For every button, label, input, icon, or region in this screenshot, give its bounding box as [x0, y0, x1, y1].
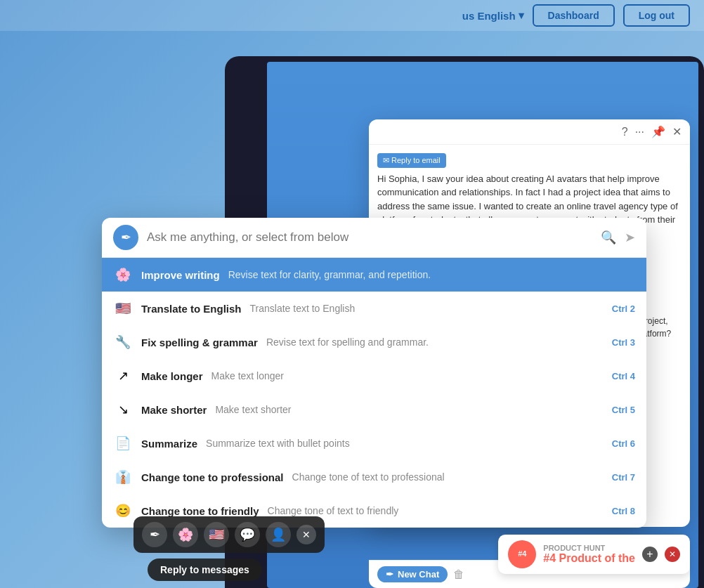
logo-icon: ✒ — [121, 230, 131, 245]
menu-item-desc-7: Change tone of text to friendly — [268, 505, 604, 516]
header-bar: us English ▾ Dashboard Log out — [0, 0, 704, 31]
menu-item-desc-6: Change tone of text to professional — [292, 471, 604, 483]
reply-email-badge: ✉ Reply to email — [377, 153, 446, 168]
app-logo: ✒ — [113, 225, 138, 250]
toolbar-close-btn[interactable]: ✕ — [296, 525, 316, 544]
menu-item-shortcut-6: Ctrl 7 — [612, 472, 635, 483]
menu-item-desc-1: Translate text to English — [250, 303, 604, 314]
menu-item-icon-1: 🇺🇸 — [113, 299, 133, 318]
menu-item-name-4: Make shorter — [141, 404, 207, 416]
chat-panel-header: ? ··· 📌 ✕ — [369, 119, 690, 145]
menu-item-icon-7: 😊 — [113, 501, 133, 521]
ph-subtitle: #4 Product of the — [543, 552, 635, 565]
send-icon[interactable]: ➤ — [625, 230, 635, 245]
menu-item-desc-5: Summarize text with bullet points — [206, 438, 604, 449]
product-hunt-badge: #4 PRODUCT HUNT #4 Product of the + ✕ — [498, 535, 690, 574]
pin-icon-button[interactable]: 📌 — [651, 125, 665, 138]
search-input[interactable] — [147, 230, 592, 244]
menu-item-name-7: Change tone to friendly — [141, 505, 259, 517]
ph-medal: #4 — [508, 540, 536, 568]
menu-item-desc-0: Revise text for clarity, grammar, and re… — [228, 269, 635, 280]
ph-title: PRODUCT HUNT — [543, 544, 635, 552]
search-bar: ✒ 🔍 ➤ — [102, 218, 646, 258]
menu-item-icon-3: ↗ — [113, 366, 133, 386]
new-chat-label: New Chat — [398, 569, 439, 580]
menu-item-improve-writing[interactable]: 🌸 Improve writing Revise text for clarit… — [102, 258, 646, 292]
menu-item-translate-to-english[interactable]: 🇺🇸 Translate to English Translate text t… — [102, 292, 646, 325]
command-palette: ✒ 🔍 ➤ 🌸 Improve writing Revise text for … — [102, 218, 646, 528]
menu-item-fix-spelling-&-grammar[interactable]: 🔧 Fix spelling & grammar Revise text for… — [102, 325, 646, 359]
menu-item-icon-0: 🌸 — [113, 265, 133, 285]
search-icon-group: 🔍 ➤ — [601, 230, 635, 245]
toolbar-logo-btn[interactable]: ✒ — [142, 522, 167, 547]
chevron-down-icon: ▾ — [519, 9, 524, 22]
menu-item-desc-4: Make text shorter — [215, 404, 603, 415]
menu-item-name-0: Improve writing — [141, 269, 220, 281]
menu-item-shortcut-5: Ctrl 6 — [612, 438, 635, 449]
trash-icon[interactable]: 🗑 — [453, 568, 464, 581]
search-icon[interactable]: 🔍 — [601, 230, 616, 245]
menu-list: 🌸 Improve writing Revise text for clarit… — [102, 258, 646, 528]
menu-item-desc-3: Make text longer — [211, 370, 604, 381]
menu-item-change-tone-to-professional[interactable]: 👔 Change tone to professional Change ton… — [102, 460, 646, 494]
menu-item-name-2: Fix spelling & grammar — [141, 337, 258, 348]
menu-item-desc-2: Revise text for spelling and grammar. — [266, 337, 604, 348]
dashboard-button[interactable]: Dashboard — [533, 4, 615, 27]
menu-item-shortcut-3: Ctrl 4 — [612, 371, 635, 381]
close-icon-button[interactable]: ✕ — [672, 125, 682, 138]
toolbar-person-btn[interactable]: 👤 — [266, 522, 291, 547]
menu-item-icon-4: ↘ — [113, 400, 133, 419]
toolbar-flower-btn[interactable]: 🌸 — [173, 522, 198, 547]
floating-toolbar: ✒ 🌸 🇺🇸 💬 👤 ✕ — [133, 516, 325, 553]
toolbar-chat-btn[interactable]: 💬 — [235, 522, 260, 547]
reply-messages-button[interactable]: Reply to messages — [148, 558, 262, 581]
menu-item-icon-5: 📄 — [113, 433, 133, 453]
toolbar-flag-btn[interactable]: 🇺🇸 — [204, 522, 229, 547]
new-chat-icon: ✒ — [386, 569, 393, 580]
menu-item-shortcut-7: Ctrl 8 — [612, 506, 635, 516]
ph-close-button[interactable]: ✕ — [665, 547, 680, 562]
new-chat-button[interactable]: ✒ New Chat — [377, 566, 448, 582]
menu-item-shortcut-1: Ctrl 2 — [612, 303, 635, 314]
comment-icon-button[interactable]: ··· — [635, 126, 644, 138]
help-icon-button[interactable]: ? — [622, 126, 628, 138]
menu-item-name-1: Translate to English — [141, 303, 242, 315]
menu-item-shortcut-4: Ctrl 5 — [612, 405, 635, 415]
logout-button[interactable]: Log out — [623, 4, 690, 27]
menu-item-icon-6: 👔 — [113, 467, 133, 487]
ph-info: PRODUCT HUNT #4 Product of the — [543, 544, 635, 565]
menu-item-icon-2: 🔧 — [113, 332, 133, 352]
language-selector[interactable]: us English ▾ — [462, 9, 524, 22]
menu-item-name-5: Summarize — [141, 438, 197, 450]
language-label: us English — [462, 10, 516, 22]
menu-item-summarize[interactable]: 📄 Summarize Summarize text with bullet p… — [102, 426, 646, 460]
ph-plus-button[interactable]: + — [642, 547, 658, 562]
menu-item-shortcut-2: Ctrl 3 — [612, 337, 635, 348]
menu-item-make-longer[interactable]: ↗ Make longer Make text longer Ctrl 4 — [102, 359, 646, 393]
menu-item-name-3: Make longer — [141, 370, 203, 382]
menu-item-name-6: Change tone to professional — [141, 471, 284, 483]
reply-badge-label: ✉ Reply to email — [383, 155, 441, 166]
ph-rank-label: #4 — [518, 549, 526, 558]
menu-item-make-shorter[interactable]: ↘ Make shorter Make text shorter Ctrl 5 — [102, 393, 646, 426]
